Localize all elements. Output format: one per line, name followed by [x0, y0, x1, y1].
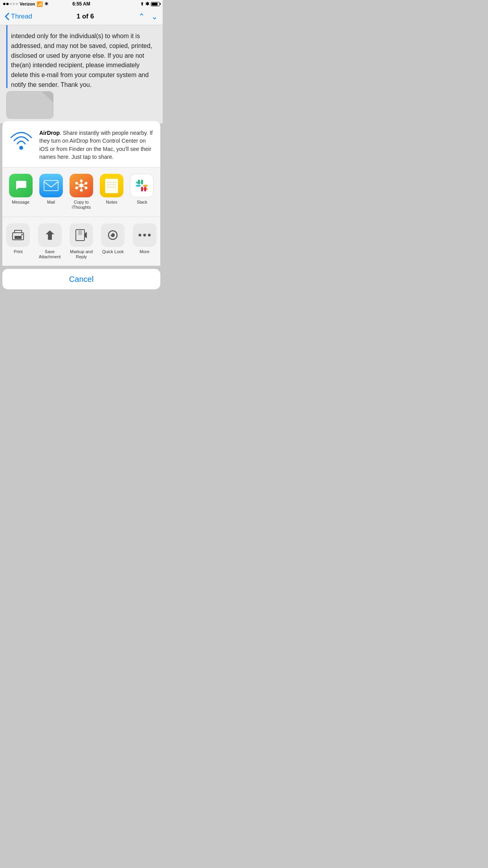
quick-look-label: Quick Look — [102, 249, 124, 254]
attachment-corner — [42, 92, 53, 103]
back-label: Thread — [11, 13, 32, 20]
svg-rect-31 — [78, 230, 82, 235]
svg-rect-23 — [143, 185, 148, 187]
notes-app-icon — [100, 174, 123, 197]
slack-app-label: Slack — [137, 200, 147, 205]
previous-message-button[interactable]: ⌃ — [138, 12, 145, 21]
attachment-preview[interactable] — [6, 91, 53, 119]
loading-icon: ✳ — [44, 1, 48, 7]
airdrop-section: AirDrop. Share instantly with people nea… — [2, 121, 160, 167]
status-bar: Verizon 📶 ✳ 6:55 AM ⬆ ✱ — [0, 0, 163, 8]
airdrop-description: AirDrop. Share instantly with people nea… — [39, 129, 154, 161]
svg-rect-15 — [105, 178, 118, 193]
slack-app-icon — [130, 174, 154, 197]
cancel-button[interactable]: Cancel — [2, 269, 160, 289]
apps-section: Message Mail — [2, 167, 160, 217]
share-sheet: AirDrop. Share instantly with people nea… — [0, 121, 163, 289]
notes-app-label: Notes — [106, 200, 117, 205]
share-app-slack[interactable]: Slack — [127, 174, 157, 205]
actions-row: Print Save Attachment — [2, 223, 160, 259]
carrier-label: Verizon — [20, 2, 35, 6]
more-label: More — [139, 249, 149, 254]
svg-rect-28 — [15, 236, 22, 239]
status-left: Verizon 📶 ✳ — [3, 1, 48, 7]
email-body: intended only for the individual(s) to w… — [0, 25, 163, 88]
bluetooth-icon: ✱ — [145, 1, 149, 7]
action-quick-look[interactable]: Quick Look — [97, 223, 128, 254]
svg-point-6 — [80, 189, 83, 192]
svg-point-36 — [143, 234, 146, 236]
status-time: 6:55 AM — [72, 1, 90, 7]
signal-strength — [3, 3, 18, 5]
cancel-label: Cancel — [69, 275, 94, 284]
message-app-label: Message — [12, 200, 29, 205]
svg-point-7 — [75, 187, 78, 189]
action-save-attachment[interactable]: Save Attachment — [34, 223, 65, 259]
location-icon: ⬆ — [140, 2, 144, 7]
attachment-area — [0, 88, 163, 123]
nav-title: 1 of 6 — [77, 13, 94, 20]
svg-point-34 — [111, 233, 112, 235]
svg-rect-25 — [141, 187, 143, 191]
print-label: Print — [14, 249, 23, 254]
status-right: ⬆ ✱ — [140, 1, 160, 7]
airdrop-icon — [9, 129, 34, 154]
save-attachment-label: Save Attachment — [34, 249, 65, 259]
apps-row: Message Mail — [6, 174, 157, 210]
svg-point-37 — [148, 234, 150, 236]
ithoughts-app-icon — [70, 174, 93, 197]
svg-point-29 — [21, 234, 23, 235]
action-print[interactable]: Print — [2, 223, 34, 254]
print-icon — [6, 223, 30, 247]
actions-section: Print Save Attachment — [2, 217, 160, 266]
airdrop-title: AirDrop — [39, 130, 60, 136]
share-app-ithoughts[interactable]: Copy to iThoughts — [66, 174, 96, 210]
svg-point-3 — [80, 180, 83, 182]
nav-arrows: ⌃ ⌄ — [138, 12, 158, 21]
ithoughts-app-label: Copy to iThoughts — [66, 200, 96, 210]
svg-rect-22 — [138, 180, 140, 184]
svg-point-5 — [85, 187, 88, 189]
svg-rect-19 — [136, 185, 141, 187]
svg-point-35 — [138, 234, 141, 236]
svg-point-8 — [75, 182, 78, 185]
share-app-mail[interactable]: Mail — [36, 174, 66, 205]
save-attachment-icon — [38, 223, 62, 247]
message-app-icon — [9, 174, 33, 197]
back-button[interactable]: Thread — [5, 13, 32, 20]
svg-rect-1 — [44, 180, 58, 191]
markup-reply-icon — [70, 223, 93, 247]
action-markup-reply[interactable]: Markup and Reply — [66, 223, 97, 259]
mail-app-label: Mail — [47, 200, 55, 205]
share-app-notes[interactable]: Notes — [97, 174, 127, 205]
nav-bar: Thread 1 of 6 ⌃ ⌄ — [0, 8, 163, 25]
mail-app-icon — [39, 174, 63, 197]
action-more[interactable]: More — [129, 223, 160, 254]
more-icon — [133, 223, 156, 247]
battery-indicator — [151, 2, 160, 6]
svg-rect-21 — [141, 180, 143, 184]
next-message-button[interactable]: ⌄ — [151, 12, 158, 21]
wifi-icon: 📶 — [37, 1, 43, 7]
svg-point-4 — [85, 182, 88, 185]
quick-look-icon — [101, 223, 125, 247]
svg-rect-26 — [144, 187, 146, 191]
share-app-message[interactable]: Message — [6, 174, 36, 205]
markup-reply-label: Markup and Reply — [66, 249, 97, 259]
svg-point-0 — [19, 146, 23, 150]
email-body-text: intended only for the individual(s) to w… — [11, 31, 156, 88]
